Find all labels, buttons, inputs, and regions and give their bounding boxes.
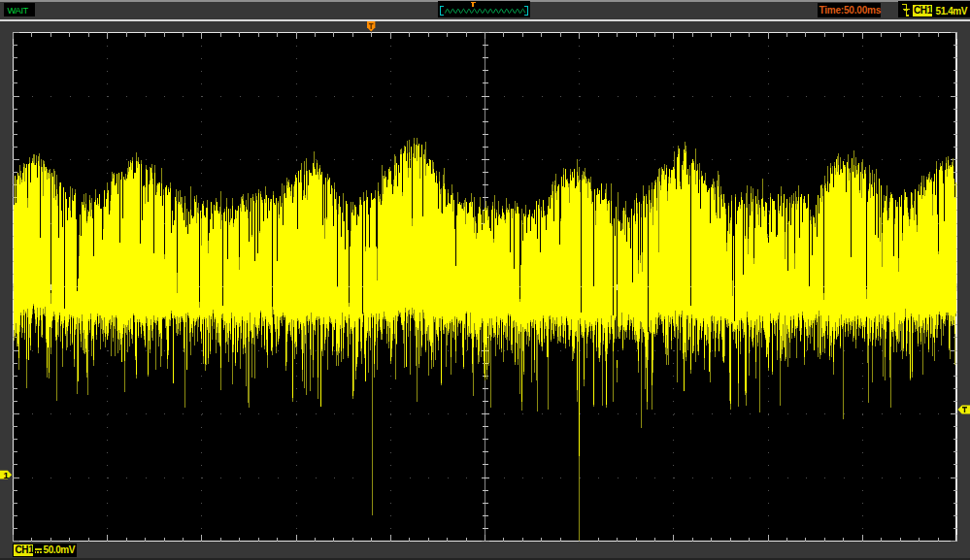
svg-text:50.0mV: 50.0mV (44, 544, 76, 555)
svg-text:WAIT: WAIT (8, 5, 29, 16)
svg-text:CH1: CH1 (16, 544, 35, 555)
svg-text:CH1: CH1 (914, 5, 933, 16)
svg-text:51.4mV: 51.4mV (936, 6, 968, 16)
svg-text:1: 1 (4, 470, 10, 480)
svg-text:Time:50.00ms: Time:50.00ms (819, 5, 882, 16)
